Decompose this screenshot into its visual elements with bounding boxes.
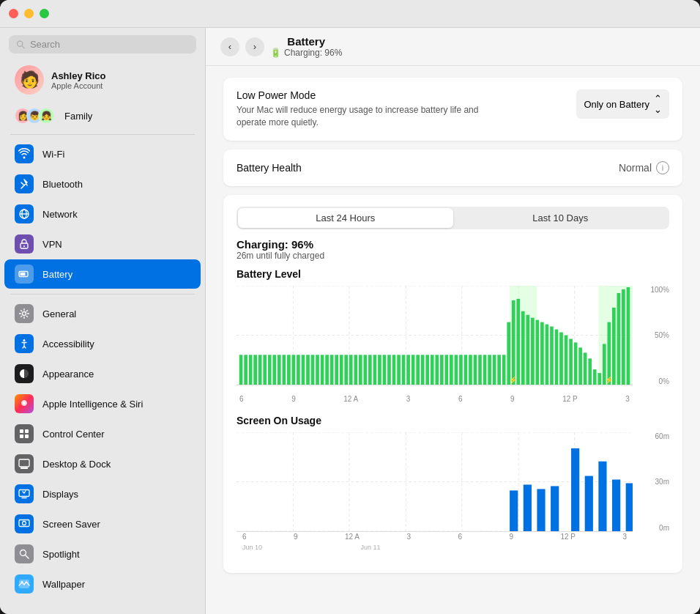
sidebar-item-screensaver[interactable]: Screen Saver [4,509,201,539]
screen-x-label-6b: 6 [458,533,462,541]
sidebar-item-desktop[interactable]: Desktop & Dock [4,449,201,478]
usage-card: Last 24 Hours Last 10 Days Charging: 96%… [223,195,682,573]
sidebar-item-label-siri: Apple Intelligence & Siri [42,399,143,410]
traffic-lights [9,9,49,18]
sidebar-item-wallpaper[interactable]: Wallpaper [4,569,201,599]
sidebar-item-bluetooth[interactable]: Bluetooth [4,169,201,199]
sidebar-item-family[interactable]: 👩 👦 👧 Family [4,103,201,128]
screen-x-label-6a: 6 [242,533,247,541]
svg-rect-55 [321,355,324,385]
search-input[interactable] [30,39,189,50]
svg-rect-46 [278,355,281,385]
svg-rect-93 [502,355,506,385]
user-profile[interactable]: 🧑 Ashley Rico Apple Account [4,59,201,100]
svg-rect-87 [474,355,477,385]
sidebar-item-label-wallpaper: Wallpaper [42,579,85,590]
svg-rect-112 [593,369,597,385]
sidebar-item-accessibility[interactable]: Accessibility [4,329,201,358]
svg-rect-92 [497,355,501,385]
screen-x-label-9b: 9 [509,533,513,541]
svg-rect-63 [359,355,362,385]
svg-rect-8 [21,273,26,275]
sidebar-item-control[interactable]: Control Center [4,419,201,448]
search-bar[interactable] [9,35,196,53]
svg-rect-111 [588,358,592,385]
svg-rect-75 [416,355,420,385]
screen-x-label-12a: 12 A [345,533,360,541]
low-power-text: Low Power Mode Your Mac will reduce ener… [237,89,576,129]
svg-text:⚡: ⚡ [509,375,518,384]
tab-24h[interactable]: Last 24 Hours [238,208,453,228]
sidebar-item-label-wifi: Wi-Fi [42,149,64,160]
sidebar-item-label-accessibility: Accessibility [42,339,94,349]
svg-rect-69 [387,355,391,385]
svg-rect-118 [622,289,625,385]
close-button[interactable] [9,9,18,18]
svg-rect-88 [478,355,482,385]
sidebar-item-siri[interactable]: Apple Intelligence & Siri [4,389,201,418]
battery-x-label-12p: 12 P [562,395,578,403]
sidebar-item-label-desktop: Desktop & Dock [42,459,111,470]
svg-rect-43 [263,355,267,385]
screen-date-jun10: Jun 10 [242,544,262,551]
title-bar [0,0,700,28]
svg-rect-83 [455,355,458,385]
svg-point-6 [23,245,25,247]
svg-point-9 [23,312,26,316]
svg-rect-45 [272,355,276,385]
info-button[interactable]: i [656,161,669,174]
back-button[interactable]: ‹ [220,37,239,56]
accessibility-icon [15,334,34,353]
svg-rect-49 [292,355,296,385]
sidebar-item-label-control: Control Center [42,429,105,440]
svg-rect-95 [512,300,515,384]
battery-health-value: Normal [619,162,652,174]
svg-rect-66 [373,355,377,385]
control-center-icon [15,424,34,443]
svg-rect-52 [306,355,310,385]
forward-button[interactable]: › [245,37,264,56]
screen-y-label-30m: 30m [655,478,669,486]
sidebar-item-network[interactable]: Network [4,199,201,229]
minimize-button[interactable] [24,9,34,18]
sidebar-item-general[interactable]: General [4,299,201,328]
sidebar-item-wifi[interactable]: Wi-Fi [4,139,201,169]
sidebar-item-appearance[interactable]: Appearance [4,359,201,388]
desktop-dock-icon [15,454,34,473]
main-window: 🧑 Ashley Rico Apple Account 👩 👦 👧 Family [0,0,700,614]
battery-x-label-9a: 9 [291,395,296,403]
sidebar: 🧑 Ashley Rico Apple Account 👩 👦 👧 Family [0,28,205,614]
svg-rect-131 [510,490,518,531]
time-tabs: Last 24 Hours Last 10 Days [237,207,669,229]
tab-10d[interactable]: Last 10 Days [453,208,669,228]
sidebar-item-label-general: General [42,308,76,319]
svg-rect-134 [551,486,559,531]
screen-x-label-3a: 3 [406,533,411,541]
low-power-title: Low Power Mode [237,89,576,101]
svg-rect-106 [565,335,568,385]
sidebar-item-label-bluetooth: Bluetooth [42,179,83,190]
vpn-icon [15,234,34,254]
screen-y-label-60m: 60m [655,432,669,440]
screen-x-label-12p: 12 P [560,533,576,541]
battery-y-label-50: 50% [655,331,669,339]
svg-rect-54 [316,355,319,385]
svg-rect-135 [571,448,579,530]
svg-rect-16 [25,434,29,438]
sidebar-item-vpn[interactable]: VPN [4,229,201,259]
sidebar-item-battery[interactable]: Battery [4,259,201,289]
svg-rect-113 [597,373,601,385]
sidebar-item-displays[interactable]: Displays [4,479,201,508]
low-power-dropdown[interactable]: Only on Battery ⌃⌄ [576,89,669,119]
sidebar-item-spotlight[interactable]: Spotlight [4,539,201,569]
svg-rect-86 [469,355,472,385]
svg-rect-70 [392,355,396,385]
user-name: Ashley Rico [51,70,105,81]
charging-subtitle: 26m until fully charged [237,251,669,261]
sidebar-divider-2 [10,294,195,295]
svg-rect-39 [244,355,247,385]
battery-icon-sidebar [15,265,34,284]
maximize-button[interactable] [40,9,49,18]
screen-y-labels: 60m 30m 0m [636,432,669,532]
sidebar-item-label-displays: Displays [42,489,78,500]
